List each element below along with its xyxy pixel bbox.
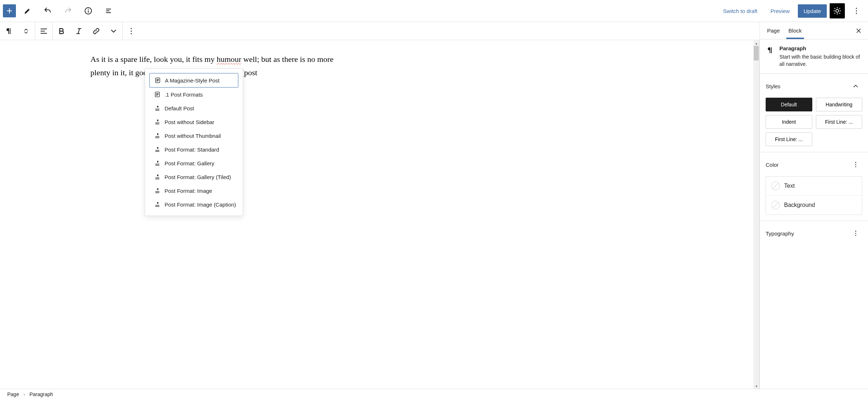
style-option-button[interactable]: Indent bbox=[766, 115, 812, 129]
pin-icon bbox=[154, 201, 161, 208]
editor-canvas[interactable]: As it is a spare life, look you, it fits… bbox=[0, 40, 760, 389]
autocomplete-item-label: Default Post bbox=[165, 105, 194, 111]
redo-icon bbox=[64, 7, 72, 15]
editor-scrollbar[interactable]: ▴ ▾ bbox=[753, 40, 759, 389]
move-icon bbox=[22, 27, 30, 35]
text-color-button[interactable]: Text bbox=[766, 177, 862, 195]
styles-collapse-button[interactable] bbox=[849, 80, 862, 93]
editor-top-bar: Switch to draft Preview Update bbox=[0, 0, 868, 22]
typography-options-button[interactable] bbox=[849, 227, 862, 240]
align-left-icon bbox=[39, 27, 48, 35]
autocomplete-item-label: Post without Thumbnail bbox=[165, 133, 221, 139]
block-type-button[interactable] bbox=[0, 22, 17, 40]
style-option-button[interactable]: Handwriting bbox=[816, 98, 863, 111]
dots-vertical-icon bbox=[852, 161, 859, 168]
more-formatting-button[interactable] bbox=[105, 22, 122, 40]
list-icon bbox=[104, 7, 113, 15]
breadcrumb: Page › Paragraph bbox=[0, 389, 868, 399]
style-option-button[interactable]: Default bbox=[766, 98, 812, 111]
settings-sidebar: Page Block Paragraph Start with the basi… bbox=[760, 22, 868, 389]
autocomplete-item[interactable]: Post Format: Gallery (Tiled) bbox=[149, 170, 238, 184]
autocomplete-item[interactable]: Post Format: Image bbox=[149, 184, 238, 198]
undo-button[interactable] bbox=[39, 2, 56, 20]
top-bar-left bbox=[3, 2, 117, 20]
style-option-button[interactable]: First Line: ... bbox=[766, 132, 812, 146]
switch-to-draft-button[interactable]: Switch to draft bbox=[718, 5, 762, 17]
autocomplete-item-label: .1 Post Formats bbox=[165, 92, 203, 98]
autocomplete-item[interactable]: Post without Sidebar bbox=[149, 115, 238, 129]
breadcrumb-root[interactable]: Page bbox=[7, 391, 19, 397]
block-info-section: Paragraph Start with the basic building … bbox=[760, 39, 868, 74]
page-icon bbox=[154, 91, 161, 98]
background-color-button[interactable]: Background bbox=[766, 195, 862, 215]
gear-icon bbox=[833, 7, 842, 15]
pin-icon bbox=[154, 173, 161, 181]
breadcrumb-separator-icon: › bbox=[24, 391, 25, 397]
tools-button[interactable] bbox=[19, 2, 36, 20]
color-row-label: Text bbox=[784, 183, 795, 189]
pin-icon bbox=[154, 146, 161, 153]
color-swatch-none-icon bbox=[771, 201, 780, 209]
breadcrumb-current: Paragraph bbox=[29, 391, 53, 397]
styles-section: Styles DefaultHandwritingIndentFirst Lin… bbox=[760, 74, 868, 152]
paragraph-icon bbox=[4, 27, 13, 35]
info-icon bbox=[84, 7, 93, 15]
link-icon bbox=[92, 27, 101, 35]
page-icon bbox=[154, 77, 161, 84]
color-row-label: Background bbox=[784, 202, 815, 208]
color-section: Color Text Background bbox=[760, 152, 868, 221]
settings-button[interactable] bbox=[830, 3, 845, 18]
styles-title: Styles bbox=[766, 83, 780, 89]
update-button[interactable]: Update bbox=[798, 4, 827, 18]
autocomplete-item[interactable]: Default Post bbox=[149, 101, 238, 115]
typography-title: Typography bbox=[766, 230, 794, 237]
autocomplete-item-label: A Magazine-Style Post bbox=[165, 77, 220, 84]
color-options-button[interactable] bbox=[849, 158, 862, 171]
outline-button[interactable] bbox=[100, 2, 117, 20]
scroll-down-arrow[interactable]: ▾ bbox=[753, 383, 759, 389]
pin-icon bbox=[154, 105, 161, 112]
autocomplete-item[interactable]: Post without Thumbnail bbox=[149, 129, 238, 143]
close-sidebar-button[interactable] bbox=[852, 24, 865, 37]
preview-button[interactable]: Preview bbox=[765, 5, 795, 17]
main-area: As it is a spare life, look you, it fits… bbox=[0, 22, 868, 389]
bold-icon bbox=[57, 27, 66, 35]
autocomplete-item[interactable]: .1 Post Formats bbox=[149, 88, 238, 101]
pin-icon bbox=[154, 132, 161, 139]
move-block-button[interactable] bbox=[17, 22, 35, 40]
chevron-down-icon bbox=[109, 27, 118, 35]
color-swatch-none-icon bbox=[771, 182, 780, 190]
block-more-button[interactable] bbox=[123, 22, 140, 40]
scroll-up-arrow[interactable]: ▴ bbox=[753, 40, 759, 46]
autocomplete-item-label: Post Format: Gallery (Tiled) bbox=[165, 174, 231, 180]
autocomplete-item-label: Post without Sidebar bbox=[165, 119, 214, 125]
redo-button[interactable] bbox=[59, 2, 77, 20]
bold-button[interactable] bbox=[53, 22, 70, 40]
undo-icon bbox=[43, 7, 52, 15]
dots-vertical-icon bbox=[852, 230, 859, 237]
autocomplete-item[interactable]: Post Format: Standard bbox=[149, 143, 238, 156]
pen-icon bbox=[23, 7, 32, 15]
block-type-title: Paragraph bbox=[779, 45, 862, 51]
italic-button[interactable] bbox=[70, 22, 88, 40]
autocomplete-item[interactable]: Post Format: Image (Caption) bbox=[149, 198, 238, 211]
align-button[interactable] bbox=[35, 22, 52, 40]
typography-section: Typography bbox=[760, 221, 868, 246]
details-button[interactable] bbox=[80, 2, 97, 20]
plus-icon bbox=[5, 7, 14, 15]
block-type-description: Start with the basic building block of a… bbox=[779, 54, 862, 68]
tab-page[interactable]: Page bbox=[763, 22, 784, 39]
pin-icon bbox=[154, 160, 161, 167]
close-icon bbox=[855, 27, 862, 34]
pin-icon bbox=[154, 187, 161, 194]
link-button[interactable] bbox=[88, 22, 105, 40]
scrollbar-thumb[interactable] bbox=[754, 46, 759, 60]
more-options-button[interactable] bbox=[848, 2, 865, 20]
chevron-up-icon bbox=[852, 82, 859, 90]
italic-icon bbox=[75, 27, 83, 35]
tab-block[interactable]: Block bbox=[784, 22, 806, 39]
autocomplete-item[interactable]: Post Format: Gallery bbox=[149, 156, 238, 170]
add-block-button[interactable] bbox=[3, 4, 16, 17]
autocomplete-item[interactable]: A Magazine-Style Post bbox=[149, 73, 238, 88]
style-option-button[interactable]: First Line: ... bbox=[816, 115, 863, 129]
